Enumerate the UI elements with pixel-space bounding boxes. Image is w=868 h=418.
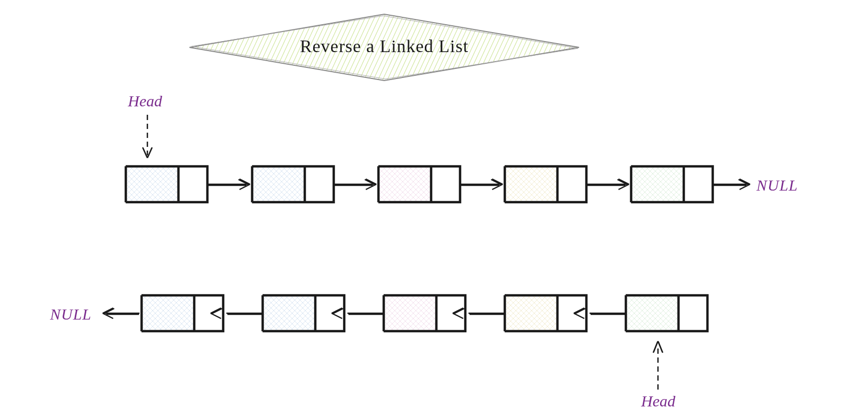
next-arrow: [461, 179, 503, 190]
list-node: [625, 295, 708, 332]
svg-rect-7: [379, 166, 432, 203]
prev-arrow: [453, 308, 505, 319]
svg-rect-8: [505, 166, 558, 203]
prev-arrow: [332, 308, 384, 319]
prev-arrow: [574, 308, 626, 319]
head-pointer-arrow-bottom: [653, 341, 663, 390]
list-node: [252, 166, 334, 203]
svg-rect-13: [505, 295, 558, 332]
svg-rect-14: [626, 295, 679, 332]
next-arrow: [713, 179, 750, 190]
next-arrow: [208, 179, 250, 190]
svg-rect-12: [384, 295, 437, 332]
next-arrow: [587, 179, 629, 190]
svg-rect-5: [126, 166, 179, 203]
row1: [125, 166, 750, 203]
prev-arrow: [211, 308, 263, 319]
prev-arrow: [103, 308, 139, 319]
list-node: [631, 166, 713, 203]
svg-rect-11: [263, 295, 316, 332]
list-node: [504, 166, 587, 203]
linked-list-diagram: [0, 0, 868, 418]
svg-rect-6: [253, 166, 305, 203]
head-pointer-arrow-top: [143, 115, 152, 158]
list-node: [125, 166, 208, 203]
row2: [103, 295, 708, 332]
next-arrow: [334, 179, 376, 190]
svg-rect-9: [632, 166, 684, 203]
svg-rect-10: [142, 295, 195, 332]
list-node: [378, 166, 461, 203]
